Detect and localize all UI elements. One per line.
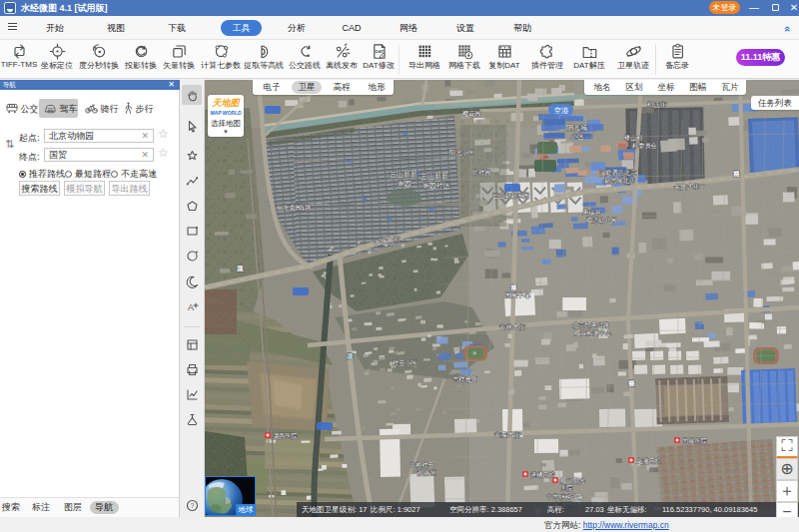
svg-text:中国特种设备: 中国特种设备 — [546, 493, 583, 501]
svg-text:安祥大街: 安祥大街 — [499, 323, 526, 331]
svg-text:国展医院: 国展医院 — [682, 437, 708, 445]
svg-text:天瑞居: 天瑞居 — [582, 209, 601, 217]
svg-text:三山新新家园: 三山新新家园 — [492, 192, 529, 200]
svg-text:阳光小区: 阳光小区 — [449, 149, 474, 157]
svg-text:安泰大街: 安泰大街 — [494, 431, 521, 439]
svg-text:龙潴口腔: 龙潴口腔 — [636, 457, 661, 465]
svg-text:国展中心: 国展中心 — [504, 291, 531, 298]
svg-text:?: ? — [190, 502, 194, 509]
svg-text:丽水嘉园: 丽水嘉园 — [277, 204, 302, 212]
svg-text:空港: 空港 — [554, 107, 569, 115]
svg-text:家园社区: 家园社区 — [422, 182, 450, 190]
svg-text:A: A — [188, 302, 194, 312]
svg-text:观唐区: 观唐区 — [416, 469, 436, 477]
svg-text:汉庭酒店北京: 汉庭酒店北京 — [599, 169, 637, 177]
svg-text:双语幼儿园: 双语幼儿园 — [586, 217, 617, 225]
svg-text:新国展北店: 新国展北店 — [603, 177, 636, 185]
svg-text:松连街: 松连街 — [647, 101, 667, 109]
svg-text:民祥园: 民祥园 — [472, 169, 491, 177]
svg-text:北京郎天公路: 北京郎天公路 — [572, 321, 609, 329]
svg-text:顺兴检测中心: 顺兴检测中心 — [574, 329, 612, 337]
svg-text:家园: 家园 — [398, 180, 411, 188]
svg-text:三山新新: 三山新新 — [420, 172, 448, 180]
svg-text:祥云小区: 祥云小区 — [393, 359, 417, 366]
svg-text:吉祥雅筑: 吉祥雅筑 — [452, 375, 477, 383]
svg-text:医院: 医院 — [560, 484, 573, 492]
svg-text:潞西医院: 潞西医院 — [273, 432, 299, 440]
svg-text:樱花园: 樱花园 — [462, 110, 481, 118]
svg-text:灌橘口腔: 灌橘口腔 — [530, 471, 555, 479]
svg-text:三山新新: 三山新新 — [390, 170, 417, 178]
svg-text:村委员会: 村委员会 — [631, 142, 657, 150]
svg-text:中粮祥云: 中粮祥云 — [409, 461, 434, 468]
svg-text:阳光城: 阳光城 — [566, 124, 587, 132]
svg-text:楼山村: 楼山村 — [624, 134, 643, 142]
svg-text:小区: 小区 — [570, 133, 584, 140]
